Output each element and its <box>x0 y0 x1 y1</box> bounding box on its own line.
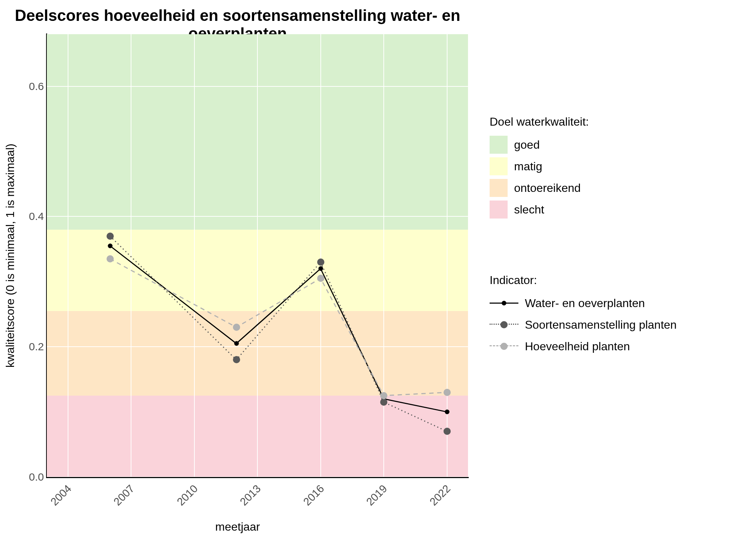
legend-label: goed <box>514 138 540 152</box>
data-point <box>107 255 114 262</box>
x-tick-label: 2022 <box>444 482 453 491</box>
swatch-slecht <box>490 201 508 219</box>
x-tick-label: 2004 <box>65 482 74 491</box>
x-tick-label: 2013 <box>255 482 263 491</box>
x-tick-label: 2010 <box>192 482 200 491</box>
legend-dot-icon <box>500 321 508 328</box>
legend-indicator-item-water: Water- en oeverplanten <box>490 294 677 312</box>
data-point <box>318 266 323 271</box>
legend-quality-title: Doel waterkwaliteit: <box>490 115 589 129</box>
data-point <box>107 233 114 240</box>
legend-indicator: Indicator: Water- en oeverplanten Soorte… <box>490 274 677 359</box>
data-point <box>380 399 387 406</box>
series-line <box>110 259 447 396</box>
series-line <box>110 246 447 412</box>
legend-indicator-title: Indicator: <box>490 274 677 287</box>
swatch-goed <box>490 136 508 154</box>
legend-quality-item-slecht: slecht <box>490 201 589 219</box>
x-tick-label: 2016 <box>318 482 327 491</box>
x-axis-label: meetjaar <box>0 520 475 534</box>
x-tick-label: 2007 <box>128 482 137 491</box>
data-point <box>234 341 239 346</box>
x-axis-line <box>46 477 469 478</box>
legend-label: Soortensamenstelling planten <box>525 318 677 332</box>
data-point <box>444 428 451 435</box>
series-line <box>110 236 447 432</box>
y-tick-label: 0.6 <box>8 80 44 93</box>
x-tick-label: 2019 <box>381 482 390 491</box>
swatch-ontoereikend <box>490 179 508 197</box>
data-point <box>380 392 387 399</box>
swatch-matig <box>490 157 508 175</box>
data-point <box>317 275 324 282</box>
y-axis-label: kwaliteitscore (0 is minimaal, 1 is maxi… <box>4 144 17 368</box>
legend-indicator-item-hoeveelheid: Hoeveelheid planten <box>490 337 677 355</box>
y-tick-label: 0.0 <box>8 471 44 483</box>
data-point <box>233 324 240 331</box>
legend-dot-icon <box>502 301 507 306</box>
legend-label: matig <box>514 160 542 173</box>
legend-indicator-item-soorten: Soortensamenstelling planten <box>490 316 677 334</box>
data-point <box>444 389 451 396</box>
plot-panel <box>47 34 468 477</box>
legend-label: slecht <box>514 203 544 216</box>
legend-quality-item-ontoereikend: ontoereikend <box>490 179 589 197</box>
legend-quality-item-goed: goed <box>490 136 589 154</box>
legend-label: Water- en oeverplanten <box>525 297 645 310</box>
data-point <box>317 258 324 266</box>
legend-label: Hoeveelheid planten <box>525 340 630 353</box>
legend-label: ontoereikend <box>514 181 581 195</box>
legend-dot-icon <box>500 343 508 350</box>
data-point <box>233 356 240 363</box>
legend-quality: Doel waterkwaliteit: goed matig ontoerei… <box>490 115 589 222</box>
data-point <box>445 410 449 414</box>
data-point <box>108 243 112 248</box>
legend-quality-item-matig: matig <box>490 157 589 175</box>
